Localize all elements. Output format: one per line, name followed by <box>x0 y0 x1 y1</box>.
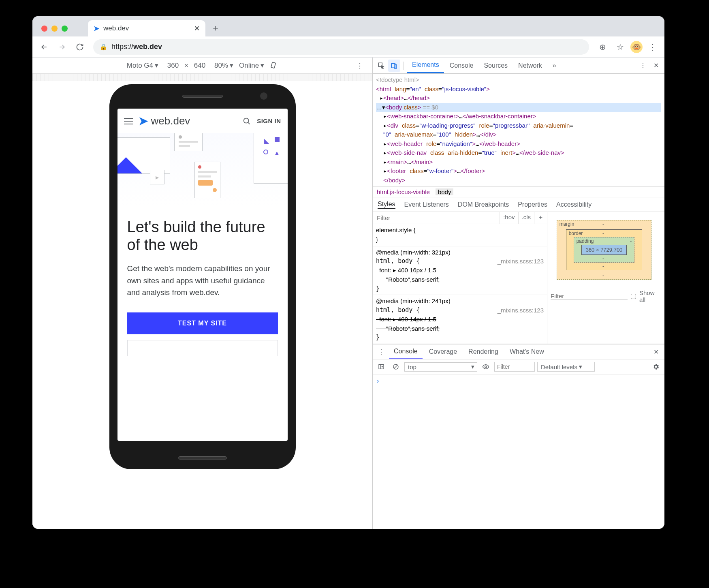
minimize-window[interactable] <box>51 26 58 32</box>
device-mode-icon[interactable] <box>388 60 400 72</box>
show-all-checkbox[interactable] <box>631 294 636 299</box>
zoom-select[interactable]: 80% ▾ <box>214 61 233 70</box>
site-header: ➤ web.dev SIGN IN <box>117 109 288 133</box>
console-toolbar: top▾ Default levels ▾ <box>373 359 664 374</box>
device-select[interactable]: Moto G4 ▾ <box>127 61 158 70</box>
console-prompt: › <box>377 377 379 384</box>
sign-in-button[interactable]: SIGN IN <box>257 118 281 124</box>
tabs-overflow-icon[interactable]: » <box>548 58 561 73</box>
hero-sub: Get the web's modern capabilities on you… <box>127 263 278 298</box>
site-logo[interactable]: ➤ web.dev <box>139 114 190 128</box>
svg-point-7 <box>485 366 487 368</box>
tab-title: web.dev <box>103 24 129 32</box>
box-model[interactable]: margin- border- padding- 360 × 7729.700 … <box>547 212 661 288</box>
style-block-1[interactable]: @media (min-width: 321px) html, body {_m… <box>373 246 547 295</box>
drawer-tab-rendering[interactable]: Rendering <box>463 344 503 359</box>
url-text: https://web.dev <box>111 43 162 51</box>
hero-section: Let's build the future of the web Get th… <box>117 206 288 368</box>
new-rule-icon[interactable]: ＋ <box>534 212 547 224</box>
dom-tree[interactable]: <!doctype html> <html lang="en" class="j… <box>373 74 664 186</box>
cls-toggle[interactable]: .cls <box>518 212 534 224</box>
home-bar <box>178 456 227 460</box>
box-dims: 360 × 7729.700 <box>581 245 627 255</box>
log-levels-select[interactable]: Default levels ▾ <box>537 362 595 372</box>
viewport-dimensions: × <box>164 62 209 70</box>
lock-icon: 🔒 <box>100 43 107 51</box>
console-filter-input[interactable] <box>494 362 535 372</box>
console-output[interactable]: › <box>373 374 664 466</box>
tab-console[interactable]: Console <box>445 58 478 73</box>
zoom-window[interactable] <box>62 26 68 32</box>
inspect-icon[interactable] <box>375 60 387 72</box>
crumb-body[interactable]: body <box>436 188 454 195</box>
device-menu-icon[interactable]: ⋮ <box>352 58 367 73</box>
tab-network[interactable]: Network <box>513 58 547 73</box>
subtab-styles[interactable]: Styles <box>378 201 395 209</box>
sidebar-toggle-icon[interactable] <box>375 361 387 373</box>
reload-button[interactable] <box>72 39 88 55</box>
hero-headline: Let's build the future of the web <box>127 218 278 254</box>
clear-console-icon[interactable] <box>390 361 402 373</box>
computed-filter-input[interactable] <box>551 293 628 300</box>
logo-text: web.dev <box>151 115 190 127</box>
subtab-accessibility[interactable]: Accessibility <box>556 201 592 208</box>
crumb-html[interactable]: html.js-focus-visible <box>377 188 430 195</box>
svg-rect-0 <box>271 62 276 68</box>
hero-illustration: ◣ ▲ ▸ <box>117 133 288 206</box>
profile-avatar[interactable]: 🐵 <box>630 41 643 53</box>
close-window[interactable] <box>41 26 47 32</box>
back-button[interactable] <box>36 39 52 55</box>
tab-sources[interactable]: Sources <box>479 58 513 73</box>
devtools-menu-icon[interactable]: ⋮ <box>637 60 649 72</box>
browser-menu-icon[interactable]: ⋮ <box>645 39 660 55</box>
menu-icon[interactable] <box>124 118 133 124</box>
front-camera <box>260 92 267 100</box>
address-bar[interactable]: 🔒 https://web.dev <box>93 39 589 55</box>
browser-tab[interactable]: ➤ web.dev ✕ <box>88 20 205 36</box>
hov-toggle[interactable]: :hov <box>500 212 518 224</box>
rotate-icon[interactable] <box>270 62 278 70</box>
breadcrumb[interactable]: html.js-focus-visible body <box>373 186 664 197</box>
live-expression-icon[interactable] <box>480 361 492 373</box>
subtab-dom-breakpoints[interactable]: DOM Breakpoints <box>458 201 509 208</box>
close-drawer-icon[interactable]: ✕ <box>650 346 662 358</box>
styles-filter-bar: :hov .cls ＋ <box>373 212 547 224</box>
console-settings-icon[interactable] <box>650 361 662 373</box>
page-content: ➤ web.dev SIGN IN <box>117 109 288 441</box>
subtab-properties[interactable]: Properties <box>518 201 547 208</box>
new-tab-button[interactable]: ＋ <box>209 22 222 34</box>
close-devtools-icon[interactable]: ✕ <box>650 60 662 72</box>
device-toolbar: Moto G4 ▾ × 80% ▾ Online ▾ ⋮ <box>32 58 372 74</box>
throttle-select[interactable]: Online ▾ <box>239 61 264 70</box>
browser-window: ➤ web.dev ✕ ＋ 🔒 https://web.dev ⊕ ☆ 🐵 ⋮ <box>32 16 664 529</box>
bookmark-star-icon[interactable]: ☆ <box>613 39 628 55</box>
ruler <box>32 74 372 81</box>
drawer: ⋮ Console Coverage Rendering What's New … <box>373 344 664 466</box>
drawer-tabs: ⋮ Console Coverage Rendering What's New … <box>373 344 664 359</box>
responsive-pane: Moto G4 ▾ × 80% ▾ Online ▾ ⋮ <box>32 58 373 529</box>
svg-point-1 <box>244 118 249 123</box>
times-icon: × <box>184 62 188 70</box>
drawer-tab-console[interactable]: Console <box>389 344 423 359</box>
context-select[interactable]: top▾ <box>404 362 477 372</box>
drawer-tab-whatsnew[interactable]: What's New <box>505 344 549 359</box>
drawer-tab-coverage[interactable]: Coverage <box>424 344 462 359</box>
drawer-menu-icon[interactable]: ⋮ <box>375 346 387 358</box>
style-block-element[interactable]: element.style { } <box>373 224 547 246</box>
styles-filter-input[interactable] <box>373 212 500 224</box>
tab-strip: ➤ web.dev ✕ ＋ <box>32 16 664 36</box>
logo-mark-icon: ➤ <box>139 114 148 128</box>
style-block-2[interactable]: @media (min-width: 241px) html, body {_m… <box>373 295 547 344</box>
computed-filter: Show all <box>547 288 664 305</box>
tab-elements[interactable]: Elements <box>407 58 444 73</box>
close-tab-icon[interactable]: ✕ <box>194 24 200 33</box>
zoom-add-icon[interactable]: ⊕ <box>595 39 610 55</box>
test-site-button[interactable]: TEST MY SITE <box>127 312 278 334</box>
search-icon[interactable] <box>242 117 251 126</box>
height-input[interactable] <box>191 62 209 70</box>
window-controls <box>37 26 72 36</box>
secondary-cta[interactable] <box>127 340 278 356</box>
forward-button[interactable] <box>54 39 70 55</box>
subtab-event-listeners[interactable]: Event Listeners <box>404 201 449 208</box>
width-input[interactable] <box>164 62 182 70</box>
